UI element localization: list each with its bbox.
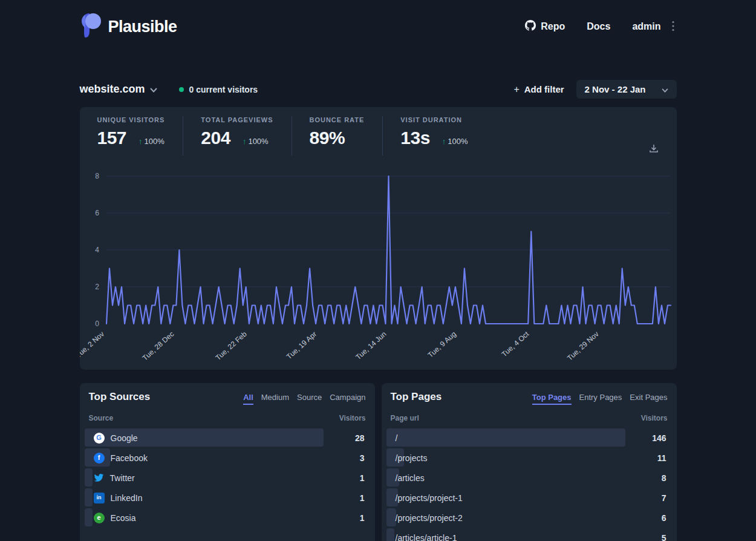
list-item[interactable]: / 146: [386, 428, 668, 448]
svg-text:Tue, 28 Dec: Tue, 28 Dec: [140, 330, 175, 362]
google-icon: G: [94, 433, 105, 444]
pages-tabs: Top PagesEntry PagesExit Pages: [532, 393, 668, 405]
svg-text:2: 2: [95, 283, 99, 291]
sources-tabs: AllMediumSourceCampaign: [243, 393, 365, 405]
arrow-up-icon: ↑: [442, 137, 446, 146]
sources-list: GGoogle 28 fFacebook 3 Twitter 1 inLinke…: [85, 428, 366, 528]
stat-bounce-rate: BOUNCE RATE 89% ↑: [292, 116, 383, 156]
visitors-col-header: Visitors: [339, 414, 366, 422]
top-sources-card: Top Sources AllMediumSourceCampaign Sour…: [80, 383, 375, 541]
arrow-up-icon: ↑: [138, 137, 143, 146]
tab-source[interactable]: Source: [297, 393, 322, 405]
svg-text:Tue, 22 Feb: Tue, 22 Feb: [213, 330, 248, 362]
site-domain: website.com: [80, 83, 145, 96]
tab-top-pages[interactable]: Top Pages: [532, 393, 572, 405]
ecosia-icon: e: [94, 513, 105, 523]
github-icon: [525, 20, 536, 33]
svg-text:0: 0: [95, 320, 99, 328]
facebook-icon: f: [94, 453, 105, 464]
tab-campaign[interactable]: Campaign: [330, 393, 365, 405]
plausible-logo-icon: [80, 12, 102, 41]
plausible-logo[interactable]: Plausible: [80, 12, 177, 41]
app-nav: Repo Docs admin: [525, 19, 676, 34]
svg-text:Tue, 29 Nov: Tue, 29 Nov: [565, 330, 601, 362]
more-menu-button[interactable]: [670, 19, 677, 34]
visitors-col-header: Visitors: [641, 414, 668, 422]
current-visitors-label: 0 current visitors: [189, 85, 258, 94]
stat-value: 89%: [310, 128, 345, 148]
list-item[interactable]: fFacebook 3: [85, 448, 366, 468]
admin-link[interactable]: admin: [632, 21, 660, 32]
chevron-down-icon: [662, 84, 668, 94]
repo-link[interactable]: Repo: [525, 20, 565, 33]
current-visitors: 0 current visitors: [179, 85, 258, 94]
site-switcher[interactable]: website.com: [80, 83, 157, 96]
arrow-up-icon: ↑: [243, 137, 247, 146]
date-range-label: 2 Nov - 22 Jan: [585, 84, 646, 94]
stat-unique-visitors: UNIQUE VISITORS 157 ↑100%: [97, 116, 184, 156]
download-icon: [649, 143, 659, 153]
list-item[interactable]: inLinkedIn 1: [85, 488, 366, 508]
date-range-picker[interactable]: 2 Nov - 22 Jan: [576, 80, 677, 99]
stat-change: ↑100%: [442, 137, 468, 146]
stat-total-pageviews: TOTAL PAGEVIEWS 204 ↑100%: [183, 116, 292, 156]
list-item[interactable]: /articles 8: [386, 468, 668, 488]
page-url-col-header: Page url: [391, 414, 419, 422]
tab-exit-pages[interactable]: Exit Pages: [630, 393, 667, 405]
stat-value: 13s: [400, 128, 430, 148]
svg-text:Tue, 9 Aug: Tue, 9 Aug: [426, 330, 457, 359]
stat-value: 204: [201, 128, 230, 148]
brand-text: Plausible: [108, 18, 177, 36]
plus-icon: +: [513, 84, 519, 95]
svg-text:8: 8: [95, 172, 99, 180]
source-col-header: Source: [89, 414, 114, 422]
svg-text:Tue, 4 Oct: Tue, 4 Oct: [500, 329, 530, 358]
stat-change: ↑100%: [243, 137, 269, 146]
stat-change: ↑100%: [138, 137, 165, 146]
stats-bar: UNIQUE VISITORS 157 ↑100% TOTAL PAGEVIEW…: [80, 107, 677, 156]
tab-medium[interactable]: Medium: [261, 393, 289, 405]
panel-title: Top Sources: [89, 391, 151, 403]
stat-value: 157: [97, 128, 127, 148]
stat-visit-duration: VISIT DURATION 13s ↑100%: [383, 116, 486, 156]
svg-text:Tue, 2 Nov: Tue, 2 Nov: [80, 330, 106, 359]
tab-all[interactable]: All: [243, 393, 253, 405]
svg-text:6: 6: [95, 209, 99, 217]
visitors-card: UNIQUE VISITORS 157 ↑100% TOTAL PAGEVIEW…: [80, 107, 677, 370]
twitter-icon: [94, 473, 104, 483]
list-item[interactable]: /projects 11: [386, 448, 668, 468]
list-item[interactable]: /projects/project-2 6: [386, 508, 668, 528]
svg-text:4: 4: [95, 246, 99, 254]
top-pages-card: Top Pages Top PagesEntry PagesExit Pages…: [382, 383, 677, 541]
chevron-down-icon: [150, 83, 157, 96]
list-item[interactable]: Twitter 1: [85, 468, 366, 488]
linkedin-icon: in: [94, 493, 105, 503]
list-item[interactable]: /projects/project-1 7: [386, 488, 668, 508]
green-dot-icon: [179, 87, 184, 92]
download-button[interactable]: [649, 143, 659, 156]
list-item[interactable]: /articles/article-1 5: [386, 528, 668, 541]
svg-text:Tue, 14 Jun: Tue, 14 Jun: [354, 330, 388, 362]
tab-entry-pages[interactable]: Entry Pages: [579, 393, 622, 405]
add-filter-button[interactable]: + Add filter: [513, 84, 564, 95]
app-header: Plausible Repo Docs admin: [80, 0, 677, 41]
site-header: website.com 0 current visitors + Add fil…: [80, 80, 677, 99]
visitors-chart[interactable]: 02468Tue, 2 NovTue, 28 DecTue, 22 FebTue…: [80, 159, 677, 370]
docs-link[interactable]: Docs: [587, 21, 610, 32]
list-item[interactable]: GGoogle 28: [85, 428, 366, 448]
list-item[interactable]: eEcosia 1: [85, 508, 366, 528]
pages-list: / 146 /projects 11 /articles 8 /projects…: [386, 428, 668, 541]
svg-text:Tue, 19 Apr: Tue, 19 Apr: [284, 330, 318, 361]
panel-title: Top Pages: [391, 391, 442, 403]
chart-area: 02468Tue, 2 NovTue, 28 DecTue, 22 FebTue…: [80, 159, 677, 370]
